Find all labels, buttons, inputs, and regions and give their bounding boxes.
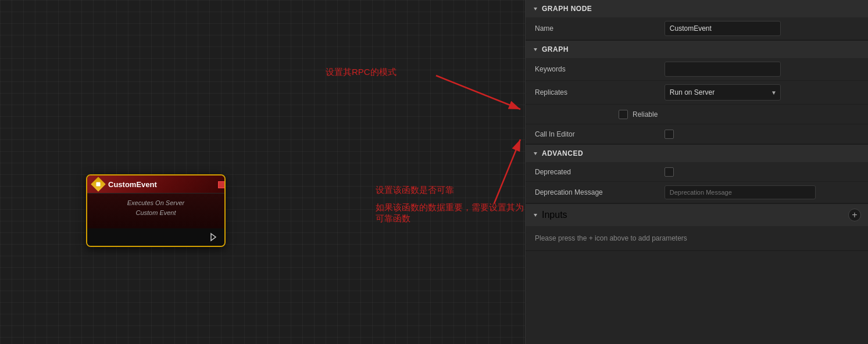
exec-output-pin[interactable] xyxy=(218,181,225,188)
add-input-button[interactable]: + xyxy=(848,209,861,221)
deprecation-message-label: Deprecation Message xyxy=(535,188,665,196)
keywords-value-container xyxy=(665,62,859,77)
replicates-value-container: Not Replicated Run on Server Run on Owni… xyxy=(665,84,859,101)
svg-line-3 xyxy=(494,139,520,203)
deprecated-value-container xyxy=(665,167,859,177)
inputs-chevron-icon xyxy=(533,212,538,218)
svg-marker-8 xyxy=(534,214,537,217)
node-footer xyxy=(87,228,224,246)
deprecated-label: Deprecated xyxy=(535,168,665,176)
svg-marker-5 xyxy=(534,8,537,10)
reliable-value-container: Reliable xyxy=(619,110,859,119)
name-input[interactable] xyxy=(665,21,781,36)
node-subtitle: Executes On Server Custom Event xyxy=(93,198,219,217)
inputs-hint: Please press the + icon above to add par… xyxy=(526,226,868,250)
graph-node-chevron-icon xyxy=(533,6,538,12)
annotation-arrows xyxy=(0,0,525,344)
node-icon xyxy=(91,177,105,191)
inputs-header-left: Inputs xyxy=(533,210,567,220)
graph-node-section: Graph Node Name xyxy=(526,0,868,41)
graph-section-header[interactable]: Graph xyxy=(526,41,868,58)
advanced-section: Advanced Deprecated Deprecation Message xyxy=(526,145,868,204)
deprecation-message-value-container xyxy=(665,185,859,199)
call-in-editor-value-container xyxy=(665,130,859,139)
inputs-section-header: Inputs + xyxy=(526,204,868,226)
replicates-dropdown[interactable]: Not Replicated Run on Server Run on Owni… xyxy=(665,85,780,100)
keywords-row: Keywords xyxy=(526,58,868,81)
inputs-section: Inputs + Please press the + icon above t… xyxy=(526,204,868,251)
deprecation-message-row: Deprecation Message xyxy=(526,182,868,203)
graph-section: Graph Keywords Replicates Not Replicated… xyxy=(526,41,868,145)
node-title: CustomEvent xyxy=(108,180,157,189)
graph-chevron-icon xyxy=(533,46,538,52)
name-row: Name xyxy=(526,17,868,40)
svg-marker-6 xyxy=(534,48,537,51)
deprecated-row: Deprecated xyxy=(526,162,868,182)
keywords-label: Keywords xyxy=(535,65,665,73)
node-body: Executes On Server Custom Event xyxy=(87,193,224,228)
replicates-row: Replicates Not Replicated Run on Server … xyxy=(526,81,868,105)
blueprint-canvas: 设置其RPC的模式 设置该函数是否可靠 如果该函数的数据重要，需要设置其为可靠函… xyxy=(0,0,525,344)
annotation-reliable-title: 设置该函数是否可靠 xyxy=(376,185,454,196)
name-value-container xyxy=(665,21,859,36)
inputs-title: Inputs xyxy=(542,210,567,220)
custom-event-node[interactable]: CustomEvent Executes On Server Custom Ev… xyxy=(86,174,226,247)
graph-node-title: Graph Node xyxy=(542,5,592,13)
call-in-editor-checkbox[interactable] xyxy=(665,130,674,139)
svg-marker-7 xyxy=(534,152,537,155)
replicates-dropdown-wrapper: Not Replicated Run on Server Run on Owni… xyxy=(665,84,781,101)
replicates-label: Replicates xyxy=(535,88,665,96)
advanced-chevron-icon xyxy=(533,150,538,156)
graph-title: Graph xyxy=(542,45,569,53)
annotation-reliable-desc: 如果该函数的数据重要，需要设置其为可靠函数 xyxy=(376,202,525,224)
properties-panel: Graph Node Name Graph Keywords Replicate… xyxy=(525,0,868,344)
reliable-row: Reliable xyxy=(526,105,868,124)
deprecation-message-input[interactable] xyxy=(665,185,816,199)
keywords-input[interactable] xyxy=(665,62,781,77)
annotation-rpc-mode: 设置其RPC的模式 xyxy=(326,67,397,78)
reliable-checkbox[interactable] xyxy=(619,110,628,119)
svg-marker-4 xyxy=(211,234,216,241)
svg-line-2 xyxy=(436,76,520,109)
advanced-section-header[interactable]: Advanced xyxy=(526,145,868,162)
reliable-checkbox-row: Reliable xyxy=(619,110,658,119)
node-header: CustomEvent xyxy=(87,175,224,193)
name-label: Name xyxy=(535,24,665,33)
advanced-title: Advanced xyxy=(542,149,583,157)
reliable-label: Reliable xyxy=(633,110,658,119)
deprecated-checkbox[interactable] xyxy=(665,167,674,177)
exec-pin-output[interactable] xyxy=(208,232,219,242)
call-in-editor-label: Call In Editor xyxy=(535,130,665,138)
call-in-editor-row: Call In Editor xyxy=(526,124,868,144)
graph-node-header[interactable]: Graph Node xyxy=(526,0,868,17)
